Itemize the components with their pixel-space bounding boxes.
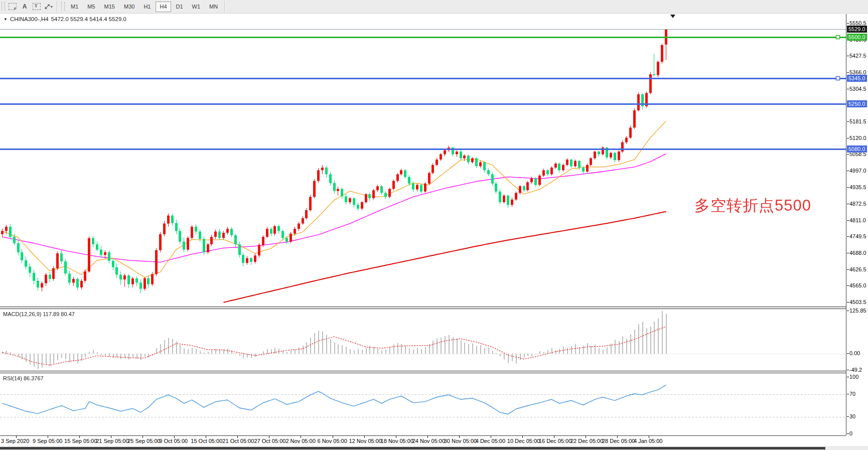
- date-tick-mark: [617, 436, 618, 438]
- price-tick-label: 4811.0: [849, 217, 866, 223]
- rsi-indicator-pane[interactable]: [0, 373, 846, 435]
- price-tick-label: 4935.5: [849, 184, 866, 190]
- chevron-down-icon[interactable]: ▾: [51, 5, 53, 9]
- shapes-tool-icon: ⤢: [45, 3, 50, 10]
- timeframe-button-group: M1M5M15M30H1H4D1W1MN: [66, 2, 222, 12]
- date-tick-mark: [174, 436, 175, 438]
- price-tick-label: 4872.5: [849, 201, 866, 207]
- date-tick-mark: [427, 436, 428, 438]
- date-tick-label: 3 Sep 2020: [1, 438, 29, 444]
- text-tool-button[interactable]: T: [31, 2, 42, 12]
- shapes-tool-button[interactable]: ⤢ ▾: [43, 2, 54, 12]
- date-tick-mark: [301, 436, 301, 438]
- date-tick-label: 2 Nov 05:00: [285, 438, 315, 444]
- scrollbar-thumb[interactable]: [0, 447, 825, 449]
- hline-price-badge: 5250.0: [847, 100, 867, 107]
- price-tick-label: 5304.5: [849, 86, 866, 92]
- date-tick-mark: [364, 436, 365, 438]
- hline-price-badge: 5080.0: [847, 145, 867, 153]
- current-price-badge: 5529.0: [847, 26, 867, 33]
- date-tick-label: 6 Nov 05:00: [318, 438, 347, 444]
- date-tick-mark: [522, 436, 523, 438]
- price-tick-label: 4565.0: [849, 282, 866, 288]
- hline-price-badge: 5345.0: [847, 75, 867, 82]
- timeframe-button-m5[interactable]: M5: [83, 2, 99, 12]
- date-tick-label: 15 Oct 05:00: [191, 438, 222, 444]
- macd-label: MACD(12,26,9) 117.89 80.47: [3, 311, 75, 317]
- ohlc-values: 5472.0 5529.4 5414.4 5529.0: [51, 16, 126, 22]
- rsi-tick-label: 30: [849, 413, 855, 419]
- date-tick-mark: [333, 436, 333, 438]
- date-tick-mark: [269, 436, 269, 438]
- mt4-terminal-window: F A T ⤢ ▾ M1M5M15M30H1H4D1W1MN ▼ CHINA30…: [0, 0, 868, 450]
- main-chart-pane[interactable]: [0, 14, 846, 307]
- timeframe-button-mn[interactable]: MN: [205, 2, 222, 12]
- date-tick-label: 21 Sep 05:00: [96, 438, 128, 444]
- timeframe-button-d1[interactable]: D1: [172, 2, 187, 12]
- price-axis-border: [846, 14, 846, 435]
- rsi-tick-label: 100: [849, 374, 858, 380]
- date-tick-label: 30 Nov 05:00: [444, 438, 477, 444]
- date-tick-label: 9 Sep 05:00: [33, 438, 62, 444]
- date-tick-label: 15 Sep 05:00: [64, 438, 97, 444]
- line-studies-toolbar: F A T ⤢ ▾ M1M5M15M30H1H4D1W1MN: [0, 0, 868, 14]
- rsi-label: RSI(14) 86.3767: [3, 375, 44, 381]
- date-tick-label: 21 Oct 05:00: [222, 438, 254, 444]
- cursor-mode-button[interactable]: F: [7, 2, 18, 12]
- date-tick-label: 24 Nov 05:00: [412, 438, 445, 444]
- macd-canvas[interactable]: [0, 309, 846, 371]
- timeframe-button-h4[interactable]: H4: [156, 2, 171, 12]
- date-tick-label: 16 Dec 05:00: [539, 438, 571, 444]
- cursor-mode-icon: F: [9, 3, 17, 10]
- date-tick-label: 18 Nov 05:00: [381, 438, 413, 444]
- macd-tick-label: 0.00: [849, 350, 860, 356]
- date-tick-mark: [79, 436, 80, 438]
- macd-tick-label: -49.2: [849, 367, 862, 373]
- date-tick-label: 27 Oct 05:00: [254, 438, 285, 444]
- date-tick-mark: [554, 436, 554, 438]
- price-tick-label: 4997.0: [849, 168, 866, 174]
- date-tick-label: 9 Oct 05:00: [159, 438, 188, 444]
- rsi-tick-label: 70: [849, 391, 855, 397]
- arrow-tool-button[interactable]: A: [19, 2, 30, 12]
- rsi-canvas[interactable]: [0, 373, 846, 435]
- timeframe-button-w1[interactable]: W1: [188, 2, 205, 12]
- toolbar-separator: [57, 1, 58, 12]
- date-tick-mark: [111, 436, 111, 438]
- chart-title: ▼ CHINA300-,H4 5472.0 5529.4 5414.4 5529…: [4, 16, 126, 22]
- arrow-tool-icon: A: [23, 3, 27, 10]
- horizontal-scrollbar[interactable]: [0, 445, 868, 450]
- date-tick-label: 28 Dec 05:00: [602, 438, 635, 444]
- date-tick-mark: [237, 436, 238, 438]
- timeframe-button-m15[interactable]: M15: [100, 2, 119, 12]
- date-tick-mark: [649, 436, 649, 438]
- date-tick-label: 22 Dec 05:00: [570, 438, 603, 444]
- price-tick-label: 5550.5: [849, 20, 866, 26]
- main-chart-canvas[interactable]: [0, 14, 846, 307]
- price-tick-label: 4749.5: [849, 233, 866, 239]
- price-tick-label: 5181.5: [849, 118, 866, 124]
- date-tick-label: 4 Dec 05:00: [476, 438, 505, 444]
- text-tool-icon: T: [33, 3, 41, 10]
- timeframe-button-m30[interactable]: M30: [120, 2, 138, 12]
- price-axis[interactable]: 5550.55489.05427.55366.05304.55243.05181…: [846, 14, 868, 436]
- date-tick-label: 25 Sep 05:00: [127, 438, 160, 444]
- time-axis[interactable]: 3 Sep 20209 Sep 05:0015 Sep 05:0021 Sep …: [0, 436, 868, 445]
- toolbar-separator: [224, 1, 225, 12]
- macd-tick-label: 125.85: [849, 308, 866, 314]
- timeframe-button-m1[interactable]: M1: [67, 2, 82, 12]
- hline-price-badge: 5500.0: [847, 34, 867, 41]
- timeframe-button-h1[interactable]: H1: [139, 2, 155, 12]
- date-tick-mark: [586, 436, 586, 438]
- toolbar-grip[interactable]: [2, 2, 5, 11]
- date-tick-mark: [48, 436, 48, 438]
- chart-menu-triangle-icon[interactable]: ▼: [4, 17, 8, 22]
- chart-shift-marker-icon[interactable]: [670, 15, 675, 18]
- date-tick-mark: [459, 436, 460, 438]
- toolbar-grip[interactable]: [61, 2, 65, 11]
- macd-indicator-pane[interactable]: [0, 309, 846, 371]
- date-tick-mark: [491, 436, 491, 438]
- price-tick-label: 5427.5: [849, 53, 866, 59]
- date-tick-mark: [206, 436, 206, 438]
- date-tick-label: 10 Dec 05:00: [507, 438, 540, 444]
